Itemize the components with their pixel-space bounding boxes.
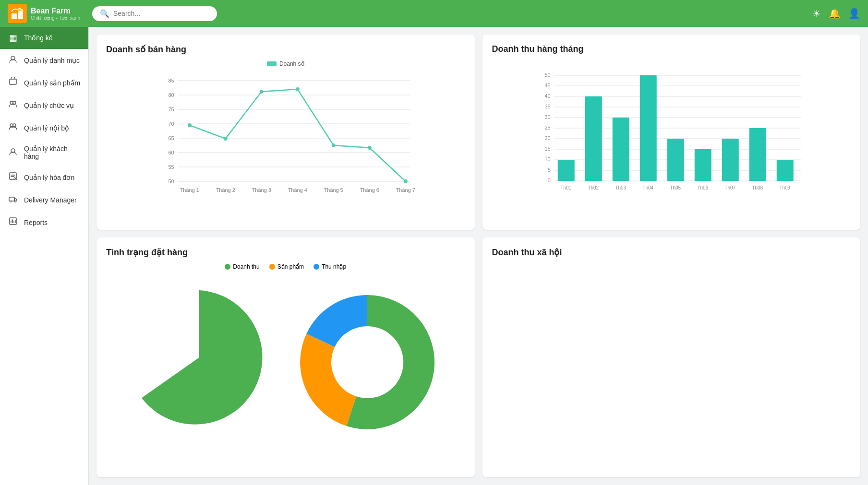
sidebar: ▦ Thống kê Quản lý danh mục Quản lý sản … — [0, 27, 89, 485]
legend-label: Sản phẩm — [277, 263, 304, 270]
doanh-thu-title: Doanh thu hàng tháng — [492, 44, 851, 54]
sidebar-item-label: Reports — [24, 219, 48, 226]
svg-text:Tháng 7: Tháng 7 — [396, 187, 415, 193]
sidebar-item-thong-ke[interactable]: ▦ Thống kê — [0, 27, 88, 49]
sidebar-item-label: Quản lý chức vụ — [24, 102, 74, 109]
legend-dot-san-pham — [269, 264, 275, 270]
search-icon: 🔍 — [100, 9, 109, 18]
svg-text:70: 70 — [169, 121, 174, 127]
donut-legend: Doanh thu Sản phẩm Thu nhập — [106, 263, 465, 270]
tinh-trang-title: Tình trạng đặt hàng — [106, 247, 465, 258]
sidebar-item-quan-ly-hoa-don[interactable]: Quản lý hóa đơn — [0, 166, 88, 189]
svg-text:Tháng 6: Tháng 6 — [360, 187, 379, 193]
sidebar-item-label: Quản lý khách hàng — [24, 145, 81, 160]
legend-doanh-thu: Doanh thu — [225, 263, 259, 270]
svg-rect-81 — [749, 128, 766, 181]
main-content: Doanh số bán hàng Doanh số 85 80 75 70 — [89, 27, 868, 485]
svg-text:20: 20 — [544, 135, 550, 141]
account-icon[interactable]: 👤 — [848, 8, 860, 19]
noi-bo-icon — [8, 122, 18, 133]
line-chart-svg: 85 80 75 70 65 60 55 50 Tháng 1 Tháng 2 … — [106, 71, 465, 196]
legend-label-doanh-so: Doanh số — [279, 60, 304, 67]
svg-text:50: 50 — [169, 178, 174, 184]
logo-title: Bean Farm — [31, 6, 80, 15]
hoa-don-icon — [8, 172, 18, 183]
svg-rect-83 — [776, 160, 793, 181]
doanh-so-title: Doanh số bán hàng — [106, 44, 465, 55]
search-bar[interactable]: 🔍 — [92, 6, 217, 21]
logo-text: Bean Farm Chất lượng - Tươi xanh — [31, 6, 80, 21]
chuc-vu-icon — [8, 100, 18, 111]
doanh-so-ban-hang-card: Doanh số bán hàng Doanh số 85 80 75 70 — [96, 35, 475, 230]
notification-icon[interactable]: 🔔 — [829, 8, 841, 19]
search-input[interactable] — [113, 10, 209, 17]
sidebar-item-label: Quản lý nội bộ — [24, 124, 69, 132]
svg-text:10: 10 — [544, 156, 550, 162]
svg-point-42 — [332, 143, 336, 147]
svg-rect-69 — [585, 96, 602, 181]
bar-chart-svg: 50 45 40 35 30 25 20 15 10 5 0 — [492, 60, 851, 199]
svg-text:15: 15 — [544, 146, 550, 152]
donut-chart-svg-2 — [281, 276, 454, 449]
logo-subtitle: Chất lượng - Tươi xanh — [31, 15, 80, 21]
svg-text:0: 0 — [547, 177, 550, 183]
svg-text:Th03: Th03 — [615, 185, 626, 190]
khach-hang-icon — [8, 147, 18, 158]
svg-rect-75 — [667, 139, 684, 181]
svg-text:50: 50 — [544, 72, 550, 78]
svg-point-40 — [260, 90, 264, 94]
svg-point-13 — [15, 201, 16, 202]
svg-rect-71 — [612, 118, 629, 181]
svg-text:80: 80 — [169, 92, 174, 98]
svg-text:Th07: Th07 — [724, 185, 735, 190]
logo-icon — [8, 4, 27, 23]
layout: ▦ Thống kê Quản lý danh mục Quản lý sản … — [0, 27, 868, 485]
legend-dot-thu-nhap — [313, 264, 319, 270]
svg-text:Tháng 3: Tháng 3 — [252, 187, 271, 193]
svg-point-43 — [368, 146, 372, 150]
svg-text:35: 35 — [544, 104, 550, 109]
svg-rect-67 — [557, 160, 574, 181]
logo-area: Bean Farm Chất lượng - Tươi xanh — [8, 4, 84, 23]
san-pham-icon — [8, 77, 18, 88]
svg-point-39 — [224, 137, 228, 141]
svg-text:Th05: Th05 — [670, 185, 681, 190]
svg-rect-3 — [10, 79, 16, 84]
svg-text:Th06: Th06 — [697, 185, 708, 190]
svg-rect-11 — [9, 197, 14, 201]
svg-rect-1 — [18, 11, 23, 19]
svg-rect-73 — [639, 75, 656, 181]
svg-point-7 — [13, 124, 16, 127]
svg-text:60: 60 — [169, 150, 174, 155]
svg-text:Th04: Th04 — [642, 185, 653, 190]
svg-text:5: 5 — [547, 167, 550, 173]
svg-rect-0 — [12, 13, 17, 19]
sidebar-item-delivery-manager[interactable]: Delivery Manager — [0, 189, 88, 211]
sidebar-item-reports[interactable]: Reports — [0, 211, 88, 234]
theme-icon[interactable]: ☀ — [812, 8, 821, 19]
sidebar-item-quan-ly-chuc-vu[interactable]: Quản lý chức vụ — [0, 94, 88, 117]
tinh-trang-dat-hang-card: Tình trạng đặt hàng Doanh thu Sản phẩm T… — [96, 237, 475, 477]
sidebar-item-label: Quản lý sản phẩm — [24, 79, 80, 87]
doanh-thu-hang-thang-card: Doanh thu hàng tháng 50 45 40 35 30 25 2… — [482, 35, 861, 230]
sidebar-item-label: Quản lý danh mục — [24, 57, 80, 64]
sidebar-item-quan-ly-san-pham[interactable]: Quản lý sản phẩm — [0, 71, 88, 94]
reports-icon — [8, 217, 18, 228]
legend-thu-nhap: Thu nhập — [313, 263, 346, 270]
svg-text:Th01: Th01 — [560, 185, 571, 190]
svg-text:30: 30 — [544, 114, 550, 120]
sidebar-item-quan-ly-danh-muc[interactable]: Quản lý danh mục — [0, 49, 88, 71]
svg-point-41 — [296, 87, 300, 91]
svg-text:40: 40 — [544, 93, 550, 99]
sidebar-item-quan-ly-noi-bo[interactable]: Quản lý nội bộ — [0, 117, 88, 139]
svg-text:Th08: Th08 — [752, 185, 763, 190]
sidebar-item-quan-ly-khach-hang[interactable]: Quản lý khách hàng — [0, 139, 88, 166]
svg-text:Th02: Th02 — [588, 185, 599, 190]
thong-ke-icon: ▦ — [8, 33, 18, 43]
header: Bean Farm Chất lượng - Tươi xanh 🔍 ☀ 🔔 👤 — [0, 0, 868, 27]
svg-text:65: 65 — [169, 135, 174, 141]
donut-chart-container — [106, 276, 465, 449]
svg-text:25: 25 — [544, 125, 550, 130]
legend-san-pham: Sản phẩm — [269, 263, 304, 270]
svg-text:Tháng 2: Tháng 2 — [216, 187, 235, 193]
